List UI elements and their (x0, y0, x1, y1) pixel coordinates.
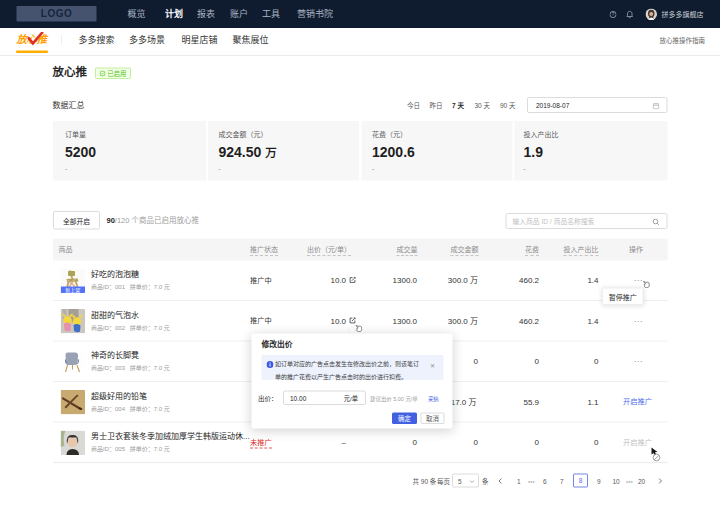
svg-text:?: ? (612, 12, 615, 17)
svg-text:新上架: 新上架 (65, 287, 80, 294)
